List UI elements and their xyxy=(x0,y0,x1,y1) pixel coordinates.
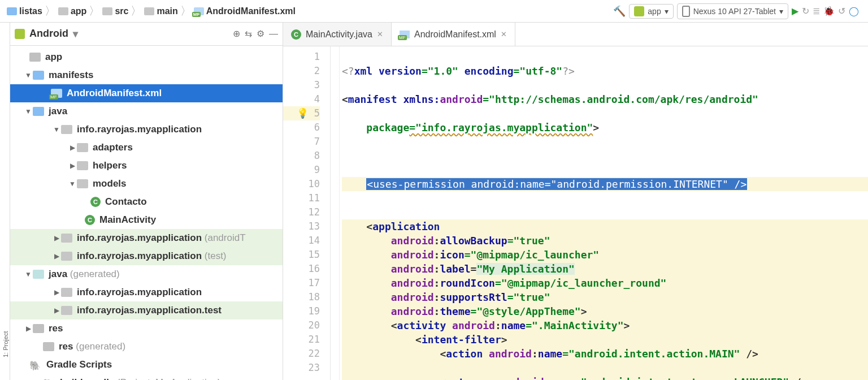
phone-icon xyxy=(682,6,690,17)
hide-icon[interactable]: — xyxy=(269,29,278,39)
chevron-right-icon: 〉 xyxy=(89,3,100,19)
tab-project[interactable]: 1: Project xyxy=(2,45,9,357)
tree-build-gradle[interactable]: 🐘build.gradle (Project: My Application) xyxy=(10,374,283,380)
toolbar-actions: 🔨 app ▾ Nexus 10 API 27-Tablet ▾ ▶ ↻ ≣ 🐞… xyxy=(613,3,865,19)
coverage-icon[interactable]: ↺ xyxy=(838,6,845,16)
project-tree: app ▼manifests MFAndroidManifest.xml ▼ja… xyxy=(10,46,283,380)
editor-tabs: C MainActivity.java ✕ MF AndroidManifest… xyxy=(283,23,868,46)
tree-app[interactable]: app xyxy=(10,48,283,66)
run-button[interactable]: ▶ xyxy=(792,6,798,16)
editor-area: C MainActivity.java ✕ MF AndroidManifest… xyxy=(283,23,868,380)
manifest-icon: MF xyxy=(400,31,410,38)
tree-java[interactable]: ▼java xyxy=(10,102,283,120)
line-gutter: 1234 💡 5 6789101112131415161718192021222… xyxy=(283,46,331,380)
selected-text: <uses-permission android:name="android.p… xyxy=(366,178,747,190)
tree-mainactivity[interactable]: CMainActivity xyxy=(10,211,283,229)
fold-gutter xyxy=(331,46,340,380)
build-icon[interactable]: 🔨 xyxy=(613,5,626,18)
bulb-icon[interactable]: 💡 xyxy=(297,107,309,119)
tree-adapters[interactable]: ▶adapters xyxy=(10,139,283,157)
project-view-label: Android xyxy=(29,28,68,40)
tree-contacto[interactable]: CContacto xyxy=(10,193,283,211)
profiler-icon[interactable]: ◯ xyxy=(849,6,859,16)
tab-mainactivity[interactable]: C MainActivity.java ✕ xyxy=(283,23,392,46)
tab-androidmanifest[interactable]: MF AndroidManifest.xml ✕ xyxy=(392,23,515,46)
tree-gen-pkg2[interactable]: ▶info.rayrojas.myapplication.test xyxy=(10,301,283,319)
chevron-down-icon[interactable]: ▾ xyxy=(73,28,78,40)
crumb-file[interactable]: MFAndroidManifest.xml xyxy=(194,6,296,16)
apply-changes-icon[interactable]: ↻ xyxy=(802,6,809,16)
code-editor[interactable]: 1234 💡 5 6789101112131415161718192021222… xyxy=(283,46,868,380)
attach-process-icon[interactable]: ≣ xyxy=(813,6,820,16)
toolbar: listas 〉 app 〉 src 〉 main 〉 MFAndroidMan… xyxy=(0,0,868,23)
tree-res-gen[interactable]: res (generated) xyxy=(10,338,283,356)
tree-pkg-androidtest[interactable]: ▶info.rayrojas.myapplication (androidT xyxy=(10,229,283,247)
crumb-src[interactable]: src xyxy=(102,6,128,16)
crumb-app[interactable]: app xyxy=(58,6,86,16)
tree-androidmanifest[interactable]: MFAndroidManifest.xml xyxy=(10,84,283,102)
android-icon xyxy=(634,6,644,16)
tree-pkg-main[interactable]: ▼info.rayrojas.myapplication xyxy=(10,120,283,139)
code-content[interactable]: <?xml version="1.0" encoding="utf-8"?> <… xyxy=(340,46,868,380)
tree-models[interactable]: ▼models xyxy=(10,175,283,193)
close-icon[interactable]: ✕ xyxy=(377,30,383,38)
android-icon xyxy=(15,29,25,39)
class-icon: C xyxy=(291,29,301,40)
tree-gradle-scripts[interactable]: 🐘Gradle Scripts xyxy=(10,356,283,374)
chevron-right-icon: 〉 xyxy=(45,3,56,19)
device-select[interactable]: Nexus 10 API 27-Tablet ▾ xyxy=(677,3,788,19)
chevron-right-icon: 〉 xyxy=(180,3,192,19)
project-pane: Android ▾ ⊕ ⇆ ⚙ — app ▼manifests MFAndro… xyxy=(10,23,283,380)
tree-pkg-test[interactable]: ▶info.rayrojas.myapplication (test) xyxy=(10,247,283,265)
chevron-down-icon: ▾ xyxy=(779,7,783,16)
breadcrumb: listas 〉 app 〉 src 〉 main 〉 MFAndroidMan… xyxy=(3,3,613,19)
gear-icon[interactable]: ⚙ xyxy=(257,28,264,39)
chevron-down-icon: ▾ xyxy=(665,7,669,16)
debug-button[interactable]: 🐞 xyxy=(823,6,835,16)
run-config-select[interactable]: app ▾ xyxy=(629,4,673,19)
tree-java-gen[interactable]: ▼java (generated) xyxy=(10,265,283,283)
chevron-right-icon: 〉 xyxy=(131,3,142,19)
close-icon[interactable]: ✕ xyxy=(501,30,507,38)
collapse-icon[interactable]: ⇆ xyxy=(245,28,252,39)
tool-window-bar: 1: Project Resource Manager Captures xyxy=(0,23,10,380)
crumb-listas[interactable]: listas xyxy=(7,6,42,16)
tree-res[interactable]: ▶res xyxy=(10,319,283,338)
project-pane-header: Android ▾ ⊕ ⇆ ⚙ — xyxy=(10,23,283,46)
tree-manifests[interactable]: ▼manifests xyxy=(10,66,283,84)
tree-gen-pkg1[interactable]: ▶info.rayrojas.myapplication xyxy=(10,283,283,301)
tree-helpers[interactable]: ▶helpers xyxy=(10,157,283,175)
target-icon[interactable]: ⊕ xyxy=(233,28,240,39)
crumb-main[interactable]: main xyxy=(144,6,177,16)
